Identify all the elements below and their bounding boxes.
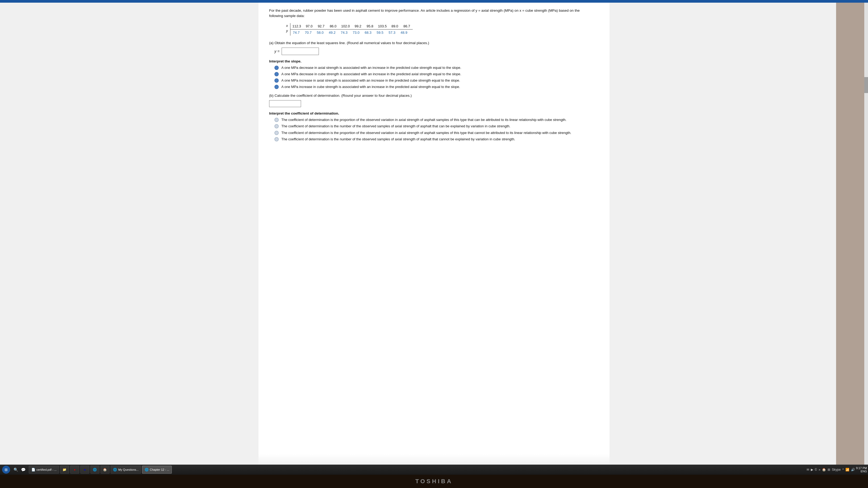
interpret-option-text: The coefficient of determination is the … (281, 137, 515, 142)
taskbar-btn-pdf[interactable]: 📄 certified.pdf - ... (29, 466, 59, 474)
chapter12-icon: 🌐 (145, 467, 149, 472)
browser-top-bar (0, 0, 868, 3)
radio-circle (274, 85, 279, 89)
play-icon[interactable]: ▶ (811, 468, 813, 471)
document: For the past decade, rubber powder has b… (258, 3, 610, 465)
slope-option-text: A one MPa decrease in axial strength is … (281, 65, 461, 70)
win-icon[interactable]: ⊞ (828, 468, 830, 471)
skype-icon[interactable]: Skype (832, 468, 841, 471)
y-value: 68.3 (362, 30, 374, 35)
interpret-option-2[interactable]: The coefficient of determination is the … (274, 131, 594, 135)
arrow-icon[interactable]: » (818, 468, 820, 471)
y-value: 49.2 (326, 30, 338, 35)
taskbar-btn-chapter12[interactable]: 🌐 Chapter 12 - ... (142, 466, 172, 474)
x-value: 92.7 (315, 24, 327, 29)
equation-input[interactable] (282, 47, 319, 55)
media-icon[interactable]: © (815, 468, 817, 471)
x-value: 97.0 (303, 24, 315, 29)
interpret-options: The coefficient of determination is the … (269, 118, 594, 142)
x-label: x (285, 23, 289, 28)
myquestions-icon: 🌐 (113, 467, 117, 472)
data-table-wrapper: x y 112.397.092.786.0102.099.295.8103.58… (285, 23, 594, 36)
explorer-icon: 📁 (62, 467, 67, 472)
taskbar-right: ✉ ▶ © » 🏠 ⊞ Skype ^ 📶 🔊 9:17 PM ENG (807, 466, 867, 473)
toshiba-bar: TOSHIBA (0, 475, 868, 488)
taskbar-btn-chapter12-label: Chapter 12 - ... (150, 468, 169, 471)
slope-option-text: A one MPa decrease in cube strength is a… (281, 72, 461, 76)
radio-circle (274, 137, 279, 141)
equation-label: y = (274, 49, 279, 54)
data-values: 112.397.092.786.0102.099.295.8103.589.08… (290, 23, 413, 36)
time-display: 9:17 PM (856, 466, 867, 470)
browser2-icon: 🏠 (103, 467, 107, 472)
slope-option-3[interactable]: A one MPa increase in cube strength is a… (274, 85, 594, 89)
slope-option-text: A one MPa increase in axial strength is … (281, 78, 460, 83)
red-icon: ● (72, 467, 77, 472)
taskbar-search-icon[interactable]: 🔍 (12, 466, 19, 473)
y-value: 48.9 (398, 30, 410, 35)
lang-display: ENG (856, 470, 867, 473)
slope-option-1[interactable]: A one MPa decrease in cube strength is a… (274, 72, 594, 76)
browser1-icon: 🌐 (93, 467, 97, 472)
taskbar-btn-pdf-label: certified.pdf - ... (36, 468, 57, 471)
radio-circle (274, 124, 279, 128)
expand-tray-icon[interactable]: ^ (842, 468, 844, 471)
radio-circle (274, 66, 279, 70)
network-icon[interactable]: 📶 (845, 468, 849, 471)
table-labels: x y (285, 23, 289, 33)
taskbar: ⊞ 🔍 💬 📄 certified.pdf - ... 📁 ● ● 🌐 (0, 465, 868, 475)
interpret-option-text: The coefficient of determination is the … (281, 118, 566, 122)
scrollbar[interactable] (864, 3, 868, 465)
slope-option-2[interactable]: A one MPa increase in axial strength is … (274, 78, 594, 83)
slope-heading: Interpret the slope. (269, 59, 594, 63)
screen: For the past decade, rubber powder has b… (0, 0, 868, 488)
quick-launch: 🔍 💬 (12, 466, 27, 473)
coeff-input[interactable] (269, 100, 301, 107)
clock: 9:17 PM ENG (856, 466, 867, 473)
start-button[interactable]: ⊞ (2, 466, 10, 474)
y-value: 58.0 (314, 30, 326, 35)
y-value: 70.7 (302, 30, 314, 35)
x-value: 112.3 (290, 24, 303, 29)
intro-paragraph: For the past decade, rubber powder has b… (269, 8, 594, 19)
sound-icon[interactable]: 🔊 (851, 468, 855, 471)
home-icon[interactable]: 🏠 (822, 468, 826, 471)
taskbar-btn-myquestions-label: My Questions... (118, 468, 138, 471)
taskbar-btn-blue[interactable]: ● (80, 466, 89, 474)
blue-icon: ● (83, 467, 87, 472)
taskbar-btn-explorer[interactable]: 📁 (60, 466, 69, 474)
system-tray: ✉ ▶ © » 🏠 ⊞ Skype ^ 📶 🔊 (807, 468, 855, 471)
interpret-option-0[interactable]: The coefficient of determination is the … (274, 118, 594, 122)
taskbar-btn-myquestions[interactable]: 🌐 My Questions... (111, 466, 141, 474)
y-value: 74.3 (338, 30, 350, 35)
scrollbar-thumb[interactable] (864, 77, 868, 93)
taskbar-btn-browser1[interactable]: 🌐 (90, 466, 99, 474)
taskbar-cortana-icon[interactable]: 💬 (20, 466, 27, 473)
taskbar-btn-browser2[interactable]: 🏠 (100, 466, 110, 474)
content-area: For the past decade, rubber powder has b… (0, 3, 868, 465)
slope-option-0[interactable]: A one MPa decrease in axial strength is … (274, 65, 594, 70)
part-a-heading: (a) Obtain the equation of the least squ… (269, 41, 594, 45)
right-edge-shadow (836, 3, 868, 465)
radio-circle (274, 78, 279, 83)
y-value: 59.5 (374, 30, 386, 35)
y-row: 74.770.758.049.274.373.068.359.557.348.9 (290, 30, 413, 36)
radio-circle (274, 72, 279, 76)
toshiba-brand: TOSHIBA (415, 478, 453, 485)
interpret-option-text: The coefficient of determination is the … (281, 131, 571, 135)
x-value: 86.0 (327, 24, 339, 29)
interpret-option-3[interactable]: The coefficient of determination is the … (274, 137, 594, 142)
equation-line: y = (274, 47, 594, 55)
taskbar-btn-red[interactable]: ● (70, 466, 79, 474)
x-value: 89.0 (389, 24, 401, 29)
radio-circle (274, 118, 279, 122)
x-value: 103.5 (376, 24, 389, 29)
taskbar-buttons: 🔍 💬 📄 certified.pdf - ... 📁 ● ● 🌐 🏠 (11, 466, 807, 474)
x-value: 95.8 (364, 24, 376, 29)
mail-icon[interactable]: ✉ (807, 468, 809, 471)
x-value: 86.7 (401, 24, 413, 29)
interpret-option-1[interactable]: The coefficient of determination is the … (274, 124, 594, 129)
y-value: 57.3 (386, 30, 398, 35)
y-value: 74.7 (290, 30, 302, 35)
x-row: 112.397.092.786.0102.099.295.8103.589.08… (290, 23, 413, 30)
